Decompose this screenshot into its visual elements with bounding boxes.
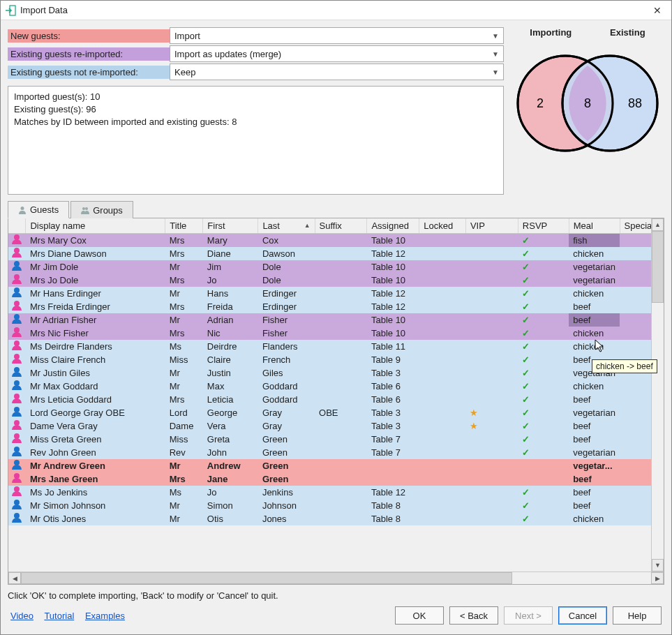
col-meal[interactable]: Meal [569,218,620,234]
examples-link[interactable]: Examples [85,611,125,621]
cell: ★ [465,406,518,419]
cell: Ms Jo Jenkins [26,486,165,499]
scroll-right-icon[interactable]: ▶ [651,572,664,584]
cell [465,327,518,340]
not-reimported-combo[interactable]: Keep ▼ [170,64,504,80]
cell [419,393,466,406]
col-icon[interactable] [8,218,26,234]
table-row[interactable]: Dame Vera GrayDameVeraGrayTable 3★✓beef [8,419,664,433]
person-icon [12,394,22,403]
table-row[interactable]: Miss Claire FrenchMissClaireFrenchTable … [8,353,664,366]
row-icon [8,499,26,512]
cell [315,512,367,525]
table-row[interactable]: Ms Deirdre FlandersMsDeirdreFlandersTabl… [8,340,664,353]
table-row[interactable]: Miss Greta GreenMissGretaGreenTable 7✓be… [8,433,664,446]
check-icon: ✓ [522,301,530,312]
table-row[interactable]: Mr Adrian FisherMrAdrianFisherTable 10✓b… [8,313,664,327]
cell: ✓ [518,260,569,274]
col-suffix[interactable]: Suffix [315,218,367,234]
reimported-label: Existing guests re-imported: [8,47,170,61]
cell [465,486,518,499]
table-row[interactable]: Mr Andrew GreenMrAndrewGreenvegetar... [8,459,664,472]
ok-button[interactable]: OK [395,606,444,625]
cell: Mrs [165,472,203,486]
cell [518,472,569,486]
table-row[interactable]: Mrs Jane GreenMrsJaneGreenbeef [8,472,664,486]
cell [419,260,466,274]
row-icon [8,327,26,340]
cell: Mr [165,366,203,380]
vertical-scrollbar[interactable]: ▲ ▼ [651,218,664,572]
new-guests-combo[interactable]: Import ▼ [170,27,504,44]
venn-diagram: Importing Existing 2 8 88 [511,27,664,195]
table-row[interactable]: Lord George Gray OBELordGeorgeGrayOBETab… [8,406,664,419]
col-rsvp[interactable]: RSVP [518,218,569,234]
back-button[interactable]: < Back [449,606,498,625]
cell: chicken [569,327,620,340]
tab-guests[interactable]: Guests [8,201,69,218]
table-row[interactable]: Mrs Freida ErdingerMrsFreidaErdingerTabl… [8,300,664,313]
col-assigned[interactable]: Assigned [367,218,419,234]
col-vip[interactable]: VIP [465,218,518,234]
table-row[interactable]: Mrs Jo DoleMrsJoDoleTable 10✓vegetarian [8,274,664,287]
table-row[interactable]: Mr Simon JohnsonMrSimonJohnsonTable 8✓be… [8,499,664,512]
table-row[interactable]: Rev John GreenRevJohnGreenTable 7✓vegeta… [8,446,664,459]
video-link[interactable]: Video [10,611,33,621]
table-row[interactable]: Mr Hans ErdingerMrHansErdingerTable 12✓c… [8,287,664,300]
reimported-combo[interactable]: Import as updates (merge) ▼ [170,45,504,62]
scroll-left-icon[interactable]: ◀ [8,572,21,584]
col-title[interactable]: Title [165,218,203,234]
table-row[interactable]: Mr Max GoddardMrMaxGoddardTable 6✓chicke… [8,380,664,393]
col-display[interactable]: Display name [26,218,165,234]
cell: chicken [569,512,620,525]
table-row[interactable]: Mrs Mary CoxMrsMaryCoxTable 10✓fish [8,234,664,248]
table-row[interactable]: Mr Jim DoleMrJimDoleTable 10✓vegetarian [8,260,664,274]
scroll-thumb[interactable] [21,572,512,584]
cell [315,486,367,499]
row-icon [8,366,26,380]
table-row[interactable]: Mrs Nic FisherMrsNicFisherTable 10✓chick… [8,327,664,340]
cell [465,300,518,313]
horizontal-scrollbar[interactable]: ◀ ▶ [8,572,664,584]
row-icon [8,313,26,327]
tutorial-link[interactable]: Tutorial [44,611,74,621]
check-icon: ✓ [522,288,530,299]
cell: Mr Hans Erdinger [26,287,165,300]
cancel-button[interactable]: Cancel [558,606,607,625]
cell: Mrs [165,300,203,313]
cell: Erdinger [258,287,315,300]
cell [315,393,367,406]
cell: Otis [203,512,258,525]
cell: beef [569,419,620,433]
help-button[interactable]: Help [613,606,662,625]
cell: ✓ [518,393,569,406]
cell: chicken [569,287,620,300]
table-row[interactable]: Ms Jo JenkinsMsJoJenkinsTable 12✓beef [8,486,664,499]
tab-groups[interactable]: Groups [70,201,133,218]
cell [465,247,518,260]
table-row[interactable]: Mrs Leticia GoddardMrsLeticiaGoddardTabl… [8,393,664,406]
cell: Mr Max Goddard [26,380,165,393]
cell: Mr Andrew Green [26,459,165,472]
cell: Mrs Jo Dole [26,274,165,287]
person-icon [12,473,22,483]
scroll-thumb[interactable] [652,231,664,303]
cell: ✓ [518,247,569,260]
person-icon [12,513,22,523]
scroll-up-icon[interactable]: ▲ [652,218,664,231]
guests-grid: Display name Title First Last Suffix Ass… [8,218,664,585]
col-last[interactable]: Last [258,218,315,234]
cell: vegetarian [569,446,620,459]
cell [367,459,419,472]
close-button[interactable]: ✕ [648,5,667,16]
table-row[interactable]: Mrs Diane DawsonMrsDianeDawsonTable 12✓c… [8,247,664,260]
table-row[interactable]: Mr Justin GilesMrJustinGilesTable 3✓vege… [8,366,664,380]
cell: Table 10 [367,234,419,248]
col-locked[interactable]: Locked [419,218,466,234]
cell: Mrs [165,247,203,260]
table-row[interactable]: Mr Otis JonesMrOtisJonesTable 8✓chicken [8,512,664,525]
cell: George [203,406,258,419]
col-first[interactable]: First [203,218,258,234]
cell: French [258,353,315,366]
scroll-down-icon[interactable]: ▼ [652,559,664,572]
